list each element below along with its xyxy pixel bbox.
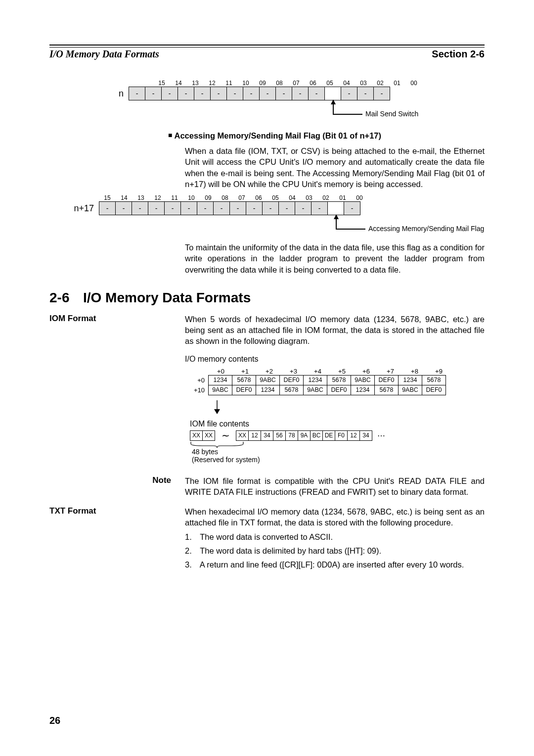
memory-cell: DEF0	[327, 385, 351, 395]
bit-cell	[324, 87, 341, 100]
iom-byte-cell: XX	[202, 430, 215, 441]
bit-number-label: 10	[237, 80, 254, 87]
bit-cell: -	[164, 201, 181, 215]
bit-cell: -	[161, 87, 178, 100]
bit-cell: -	[180, 201, 197, 215]
bit-number-label: 06	[250, 194, 267, 201]
section-heading: 2-6I/O Memory Data Formats	[49, 290, 485, 306]
bit-number-label: 15	[99, 194, 116, 201]
pointer-label: Accessing Memory/Sending Mail Flag	[368, 225, 484, 233]
bit-diagram-n17: 15141312111009080706050403020100 n+17 --…	[65, 194, 485, 232]
bit-number-label: 05	[321, 80, 338, 87]
bit-number-label: 14	[170, 80, 187, 87]
svg-marker-1	[214, 409, 220, 414]
running-head-left: I/O Memory Data Formats	[49, 48, 159, 60]
memory-cell: DEF0	[374, 375, 399, 385]
paragraph: When 5 words of hexadecimal I/O memory d…	[185, 314, 485, 347]
column-offset-label: +7	[378, 368, 402, 375]
bit-cell: -	[344, 201, 360, 215]
bit-number-label: 11	[166, 194, 183, 201]
iom-byte-cell: 56	[273, 430, 286, 441]
side-heading-txt-format: TXT Format	[49, 506, 185, 572]
bit-number-label: 13	[187, 80, 204, 87]
memory-cell: 1234	[351, 385, 375, 395]
memory-cell: DEF0	[232, 385, 256, 395]
bit-cell: -	[275, 87, 292, 100]
column-offset-label: +0	[209, 368, 233, 375]
bit-number-label: 15	[153, 80, 170, 87]
bit-number-label: 07	[288, 80, 305, 87]
running-head-right: Section 2-6	[432, 48, 485, 60]
bit-cell: -	[259, 87, 276, 100]
memory-cell: 1234	[303, 375, 327, 385]
bit-cell: -	[246, 201, 263, 215]
bit-cell: -	[210, 87, 227, 100]
bit-number-label: 04	[338, 80, 355, 87]
bit-number-label: 00	[405, 80, 422, 87]
column-offset-label: +5	[330, 368, 354, 375]
bit-number-label: 06	[305, 80, 321, 87]
column-offset-label: +1	[233, 368, 257, 375]
iom-byte-cell: XX	[190, 430, 203, 441]
pointer-label: Mail Send Switch	[365, 110, 418, 118]
iom-byte-cell: 9A	[298, 430, 311, 441]
iom-byte-cell: DE	[322, 430, 335, 441]
bit-cell: -	[148, 201, 165, 215]
memory-cell: 1234	[256, 385, 280, 395]
column-offset-label: +8	[402, 368, 427, 375]
memory-cell: 9ABC	[398, 385, 422, 395]
paragraph: When a data file (IOM, TXT, or CSV) is b…	[185, 145, 485, 189]
iom-byte-cell: 78	[285, 430, 298, 441]
bit-number-label: 09	[254, 80, 271, 87]
iom-byte-cell: 34	[261, 430, 273, 441]
black-square-icon: ■	[168, 131, 172, 139]
bit-cell: -	[115, 201, 132, 215]
column-offset-label: +2	[257, 368, 281, 375]
bit-number-label: 08	[271, 80, 288, 87]
memory-cell: 9ABC	[351, 375, 375, 385]
memory-cell: 5678	[422, 375, 446, 385]
memory-cell: 9ABC	[208, 385, 232, 395]
bit-number-label: 02	[372, 80, 389, 87]
iom-byte-cell: F0	[335, 430, 348, 441]
memory-cell: 5678	[374, 385, 399, 395]
bit-cell: -	[178, 87, 194, 100]
io-memory-contents-diagram: I/O memory contents +0+1+2+3+4+5+6+7+8+9…	[185, 355, 485, 465]
bit-cell: -	[341, 87, 357, 100]
bit-cell	[327, 201, 344, 215]
iom-byte-cell: 12	[347, 430, 360, 441]
memory-cell: 5678	[232, 375, 256, 385]
bit-cell: -	[213, 201, 230, 215]
iom-byte-cell: 34	[359, 430, 372, 441]
bit-cell: -	[262, 201, 279, 215]
paragraph: When hexadecimal I/O memory data (1234, …	[185, 506, 485, 528]
ellipsis: ⋯	[377, 431, 386, 440]
iom-byte-cell: 12	[248, 430, 261, 441]
bit-cell: -	[278, 201, 295, 215]
bit-cell: -	[197, 201, 214, 215]
bit-cell: -	[229, 201, 246, 215]
bit-diagram-n: 15141312111009080706050403020100 n -----…	[104, 80, 485, 117]
column-offset-label: +9	[427, 368, 451, 375]
memory-cell: 1234	[208, 375, 232, 385]
bit-number-label: 13	[133, 194, 149, 201]
column-offset-label: +3	[281, 368, 306, 375]
bit-cell: -	[226, 87, 243, 100]
bit-cell: -	[243, 87, 260, 100]
bit-number-label: 04	[284, 194, 301, 201]
bit-cell: -	[308, 87, 325, 100]
page-number: 26	[49, 715, 60, 726]
bit-number-label: 08	[217, 194, 233, 201]
memory-cell: 9ABC	[303, 385, 327, 395]
bit-cell: -	[373, 87, 390, 100]
iom-byte-cell: ∼	[215, 430, 236, 441]
note-text: The IOM file format is compatible with t…	[185, 475, 485, 498]
bit-number-label: 03	[355, 80, 372, 87]
column-offset-label: +4	[306, 368, 330, 375]
bit-number-label: 10	[183, 194, 200, 201]
bit-cell: -	[99, 201, 116, 215]
bit-number-label: 00	[351, 194, 368, 201]
iom-byte-cell: BC	[310, 430, 323, 441]
column-offset-label: +6	[354, 368, 378, 375]
bit-number-label: 12	[204, 80, 221, 87]
